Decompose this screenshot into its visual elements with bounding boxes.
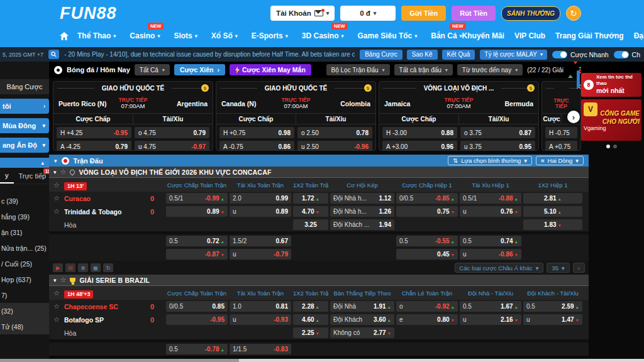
odds-cell[interactable]: 2.25▼ [293,327,328,338]
star-icon[interactable]: ☆ [60,168,67,176]
rewards-hall-button[interactable]: SẢNH THƯỞNG [501,6,560,21]
other-bets-select[interactable]: Các loại cược Châu Á khác▾ [455,263,544,273]
sidebar-button-mua-ong[interactable]: Mùa Đông▾ [0,118,49,133]
odds-cell[interactable]: 0/0.50.85 [166,301,228,312]
odds-cell[interactable]: Đội Khách ...1.94 [330,219,394,230]
odds-cell[interactable]: 0/0.5-0.85▲ [396,193,458,204]
search-icon[interactable] [48,50,59,59]
odds-cell[interactable]: 0.45▼ [396,249,458,260]
sidebar-tab-live[interactable]: Trực tiếp 117 [14,168,50,184]
odds-cell[interactable]: u0.76▼ [460,206,521,217]
odds-cell[interactable]: H -3.000.88 [382,127,457,138]
stats-icon[interactable]: ▦ [91,263,101,272]
next-arrow-icon[interactable]: › [567,111,580,123]
sidebar-item-hop-637[interactable]: Hợp (637) [0,272,49,287]
odds-cell[interactable]: 4.70▼ [293,206,328,217]
close-grid-icon[interactable]: ☒ [65,263,75,272]
nav-link-ai-ly[interactable]: Đại Lý [634,31,644,40]
sidebar-item-c-39[interactable]: c (39) [0,193,49,209]
odds-cell[interactable]: 2.00.99 [230,193,291,204]
quick-bet-toggle[interactable]: Cược Nhanh [552,51,609,58]
nav-item-slots[interactable]: Slots▾ [174,31,197,40]
odds-cell[interactable]: 0.75▼ [396,206,458,217]
star-icon[interactable]: ☆ [51,207,62,216]
star-icon[interactable]: ☆ [60,276,67,284]
star-icon[interactable]: ☆ [51,302,62,310]
horizontal-scrollbar[interactable] [0,359,644,362]
sidebar-item-nua-tran-25[interactable]: Nửa trận... (25) [0,240,49,256]
refresh-icon[interactable]: ↻ [103,263,113,272]
next-page-button[interactable]: › [573,263,585,273]
odds-cell[interactable]: 1.00.81 [230,301,291,312]
odds-cell[interactable]: A -0.750.86 [219,141,294,151]
nav-link-trang-giai-thuong[interactable]: Trang Giải Thưởng [555,31,624,40]
deposit-button[interactable]: Gửi Tiền [401,6,446,21]
odds-cell[interactable]: 0.52.59▲ [523,301,582,312]
all-matches-select[interactable]: Tất Cả ▾ [135,64,170,75]
second-toggle[interactable]: Ch [614,51,640,58]
odds-cell[interactable]: 0.5-0.78▲ [166,344,228,354]
promo-dot[interactable] [613,145,617,148]
odds-cell[interactable]: 2.28▲ [293,301,328,312]
league-header-vong-loai-vo-ich-the-gioi-2026-khu-vuc-concacaf[interactable]: ▾☆VÒNG LOẠI VÔ ĐỊCH THẾ GIỚI 2026 KHU VỰ… [49,167,589,178]
star-icon[interactable]: ☆ [51,181,62,189]
nav-item-e-sports[interactable]: E-Sports▾ [252,31,288,40]
odds-cell[interactable]: Đội Nhà1.91▲ [330,301,394,312]
promo-dot[interactable] [606,145,610,148]
odds-cell[interactable]: u2.16▼ [460,314,521,325]
nav-item-casino[interactable]: NEWCasino▾ [130,31,160,40]
league-header-giai-serie-b-brazil[interactable]: ▾☆GIẢI SERIE B BRAZIL [49,275,589,286]
odds-cell[interactable]: A -4.250.79 [57,141,131,151]
support-icon[interactable]: ↻ [566,6,581,21]
nav-item-3d-casino[interactable]: NEW3D Casino▾ [302,31,344,40]
odds-cell[interactable]: 2.81▲ [523,193,582,204]
announcement-button-sao-ke[interactable]: Sao Kê [407,50,438,60]
sidebar-item-tu-48[interactable]: Tử (48) [0,319,49,334]
account-dropdown[interactable]: Tài Khoản ▾ [270,6,335,21]
sidebar-item-an-31[interactable]: ận (31) [0,224,49,240]
odds-cell[interactable]: o 3.750.87 [460,127,535,138]
odds-cell[interactable]: Đội Nhà h...1.26 [330,206,394,217]
star-icon[interactable]: ☆ [51,289,62,297]
odds-cell[interactable]: u-0.86▼ [460,249,521,260]
odds-cell[interactable]: Đội Khách3.60▲ [330,314,394,325]
sidebar-item-7[interactable]: 7) [0,287,49,303]
nav-link-khuyen-mai[interactable]: Khuyến Mãi [462,31,504,40]
odds-cell[interactable]: 5.10▲ [523,206,582,217]
nav-item-xo-so[interactable]: Xổ Số▾ [211,31,238,40]
odds-cell[interactable]: 1.72▲ [293,193,328,204]
odds-cell[interactable]: 1/1.5-0.83 [230,344,291,354]
nav-link-vip-club[interactable]: VIP Club [514,31,545,40]
game-banner[interactable]: V Vgaming CỔNG GAME CHO NGƯỜI [581,99,641,141]
odds-type-select[interactable]: Tỷ lệ cược MALAY ▾ [480,50,547,60]
list-view-icon[interactable]: ≣ [78,263,88,272]
odds-cell[interactable]: 0.50.74▲ [460,236,521,246]
withdraw-button[interactable]: Rút Tiền [452,6,496,21]
odds-cell[interactable]: 0.5/1-0.88▲ [460,193,521,204]
announcement-button-bang-cuoc[interactable]: Bảng Cược [360,50,402,60]
star-icon[interactable]: ☆ [51,194,62,202]
nav-item-ban-ca[interactable]: NEWBắn Cá▾ [431,31,462,40]
odds-cell[interactable]: u 4.75-0.97 [135,141,209,151]
news-banner[interactable]: 8 Xem tin tức thể thao mới nhất [581,73,641,97]
home-icon[interactable] [60,32,69,40]
odds-cell[interactable]: u-0.79 [230,249,291,260]
mix-parlay-button[interactable]: Cược Xiên › [174,64,225,75]
row-mode-select[interactable]: ≡ Hai Dòng ▾ [536,156,584,165]
sidebar-tab-today[interactable]: y [0,168,14,184]
chevron-down-icon[interactable]: ▾ [53,277,57,283]
odds-cell[interactable]: -0.87▼ [166,249,228,260]
fun88-logo[interactable]: FUN88 [60,4,117,23]
odds-cell[interactable]: Không có2.77▼ [330,327,394,338]
balance-dropdown[interactable]: 0 đ ▾ [340,6,396,21]
filter-select-bo-loc-tran-au[interactable]: Bộ Lọc Trận Đấu▾ [326,64,390,75]
odds-cell[interactable]: Đội Nhà h...1.12 [330,193,394,204]
sidebar-item-32[interactable]: (32) [0,303,49,319]
odds-cell[interactable]: H +4.25-0.95 [57,127,131,138]
play-icon[interactable]: ▶ [53,263,63,272]
odds-cell[interactable]: o 4.750.79 [135,127,209,138]
odds-cell[interactable]: 0.5/1-0.99▲ [166,193,228,204]
odds-cell[interactable]: 4.60▲ [293,314,328,325]
odds-cell[interactable]: u1.47▼ [523,314,582,325]
odds-cell[interactable]: H +0.750.98 [219,127,294,138]
